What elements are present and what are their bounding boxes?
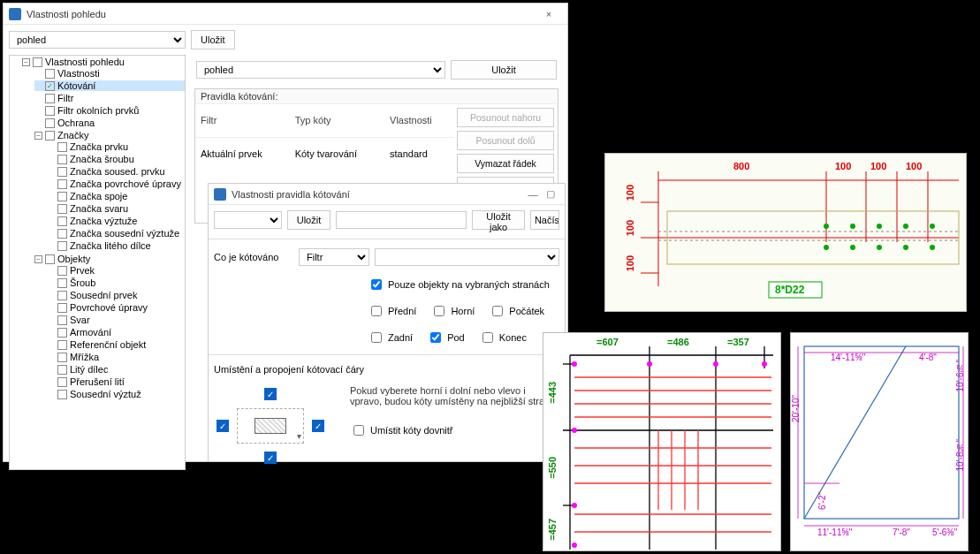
dialog-title: Vlastnosti pohledu xyxy=(27,9,536,19)
filter-combo[interactable] xyxy=(375,248,559,266)
svg-point-45 xyxy=(572,361,577,367)
properties-tree[interactable]: −Vlastnosti pohledu Vlastnosti Kótování … xyxy=(9,55,186,470)
rules-col-filter: Filtr xyxy=(195,104,290,137)
position-hint: Pokud vyberete horní i dolní nebo vlevo … xyxy=(350,385,559,406)
tree-collapse-icon[interactable]: − xyxy=(22,58,30,66)
rule-load-button[interactable]: Načíst xyxy=(530,210,559,230)
rule-save-button[interactable]: Uložit xyxy=(287,210,331,230)
pos-left-checkbox[interactable] xyxy=(217,420,229,432)
svg-point-50 xyxy=(572,503,577,508)
under-checkbox[interactable] xyxy=(430,332,441,343)
tree-item-ochrana[interactable]: Ochrana xyxy=(57,118,95,128)
pos-bottom-checkbox[interactable] xyxy=(264,452,277,464)
svg-point-48 xyxy=(762,361,767,367)
move-up-button[interactable]: Posunout nahoru xyxy=(457,108,554,127)
tree-checkbox[interactable] xyxy=(33,57,42,67)
end-checkbox[interactable] xyxy=(482,332,493,343)
what-dimensioned-label: Co je kótováno xyxy=(214,252,293,262)
svg-point-22 xyxy=(930,245,935,250)
svg-point-46 xyxy=(647,361,652,367)
dimension-style-combo[interactable]: ▾ xyxy=(237,408,304,444)
svg-point-16 xyxy=(903,224,908,229)
svg-point-21 xyxy=(903,245,908,250)
save-button[interactable]: Uložit xyxy=(191,30,235,49)
right-save-button[interactable]: Uložit xyxy=(451,60,557,80)
svg-point-13 xyxy=(824,224,829,229)
only-selected-checkbox[interactable] xyxy=(371,279,382,290)
svg-point-15 xyxy=(877,224,882,229)
table-row[interactable]: Aktuální prvek Kóty tvarování standard xyxy=(195,137,453,170)
position-label: Umístění a propojení kótovací čáry xyxy=(214,364,364,375)
right-preset-combo[interactable]: pohled xyxy=(196,61,445,79)
delete-row-button[interactable]: Vymazat řádek xyxy=(457,154,554,173)
app-icon xyxy=(9,8,21,20)
svg-point-14 xyxy=(850,224,855,229)
front-checkbox[interactable] xyxy=(371,306,382,316)
rules-col-type: Typ kóty xyxy=(290,104,384,137)
rule-saveas-button[interactable]: Uložit jako xyxy=(472,210,525,230)
rules-col-props: Vlastnosti xyxy=(384,104,453,137)
drawing-rebar: 800 100 100 100 100 100 100 8*D22 xyxy=(604,153,967,312)
tree-collapse-icon[interactable]: − xyxy=(34,132,42,140)
tree-root[interactable]: Vlastnosti pohledu xyxy=(45,57,125,67)
drawing-grid: =607 =486 =357 =443 =550 =457 xyxy=(543,332,781,551)
svg-point-20 xyxy=(877,245,882,250)
minimize-icon[interactable]: — xyxy=(524,189,542,200)
svg-point-47 xyxy=(713,361,718,367)
maximize-icon[interactable]: ▢ xyxy=(542,188,559,200)
rebar-label: 8*D22 xyxy=(775,284,804,296)
rule-dialog-title: Vlastnosti pravidla kótování xyxy=(232,189,524,200)
drawing-slope: 14'-11⅝" 4'-8" 10'-6⅞" 10'-8⅜" 20'-10" 6… xyxy=(790,332,969,551)
inside-checkbox[interactable] xyxy=(353,425,364,436)
preset-combo[interactable]: pohled xyxy=(9,31,186,49)
top-checkbox[interactable] xyxy=(434,306,444,316)
app-icon xyxy=(214,188,226,201)
move-down-button[interactable]: Posunout dolů xyxy=(457,131,554,150)
tree-item-znacky[interactable]: Značky xyxy=(57,130,88,140)
tree-item-filtr-okolnich[interactable]: Filtr okolních prvků xyxy=(57,105,139,116)
start-checkbox[interactable] xyxy=(492,306,503,316)
svg-point-18 xyxy=(824,245,829,250)
svg-point-49 xyxy=(572,428,577,433)
what-combo[interactable]: Filtr xyxy=(299,248,369,266)
close-icon[interactable]: × xyxy=(536,9,562,19)
back-checkbox[interactable] xyxy=(371,332,382,343)
tree-item-vlastnosti[interactable]: Vlastnosti xyxy=(57,68,100,79)
svg-rect-52 xyxy=(804,346,959,519)
pos-top-checkbox[interactable] xyxy=(264,388,277,400)
rule-preset-combo[interactable] xyxy=(214,211,282,229)
rule-name-input[interactable] xyxy=(336,211,467,229)
svg-point-17 xyxy=(930,224,935,229)
tree-item-kotovani[interactable]: Kótování xyxy=(57,80,95,91)
pos-right-checkbox[interactable] xyxy=(312,420,324,432)
svg-point-19 xyxy=(850,245,855,250)
tree-item-objekty[interactable]: Objekty xyxy=(57,254,90,264)
svg-point-51 xyxy=(572,543,577,548)
tree-collapse-icon[interactable]: − xyxy=(34,255,42,263)
rules-group-title: Pravidla kótování: xyxy=(195,89,558,104)
tree-item-filtr[interactable]: Filtr xyxy=(57,93,73,103)
